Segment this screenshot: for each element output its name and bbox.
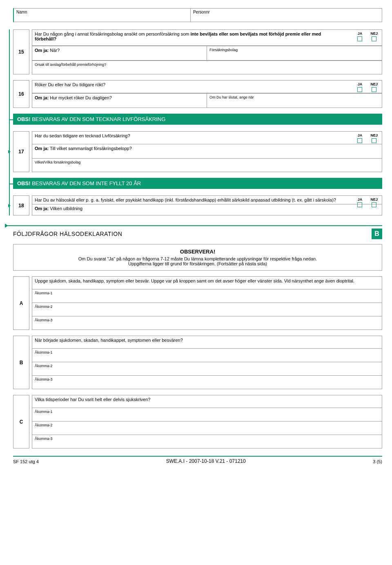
question-15: 15 Har Du någon gång i annat försäkrings… — [13, 29, 382, 74]
q15-omja: Om ja: — [35, 48, 49, 53]
page-footer: SF 152 utg 4 SWE.A.I - 2007-10-18 V.21 -… — [13, 456, 382, 464]
q17-belopp: Till vilket sammanlagt försäkringsbelopp… — [49, 146, 132, 151]
observera-line1: Om Du svarat "Ja" på någon av frågorna 7… — [22, 256, 374, 261]
q15-nej-label: NEJ — [370, 31, 378, 36]
q16-ja-label: JA — [358, 82, 363, 86]
q15-bolag-field[interactable]: Försäkringsbolag — [207, 46, 382, 61]
sub-a-letter: A — [13, 276, 29, 330]
q15-nar: När? — [49, 48, 60, 53]
q15-ja-label: JA — [358, 31, 363, 36]
q17-ja-label: JA — [358, 133, 363, 137]
q16-ja-checkbox[interactable] — [357, 87, 362, 92]
sub-c-prompt: Vilka tidsperioder har Du varit helt ell… — [32, 395, 382, 408]
q18-number: 18 — [13, 195, 29, 215]
sub-b-ak1[interactable]: Åkomma-1 — [32, 349, 382, 362]
q17-text: Har du sedan tidigare en tecknad Livförs… — [35, 133, 130, 138]
sub-b-prompt: När började sjukdomen, skadan, handikapp… — [32, 336, 382, 349]
sub-b: B När började sjukdomen, skadan, handika… — [13, 336, 382, 389]
q18-omja: Om ja: — [35, 206, 49, 211]
q17-nej-checkbox[interactable] — [372, 138, 376, 143]
footer-mid: SWE.A.I - 2007-10-18 V.21 - 071210 — [166, 458, 246, 464]
sub-c-ak1[interactable]: Åkomma-1 — [32, 408, 382, 422]
q16-nej-label: NEJ — [370, 82, 378, 86]
q18-question-cell: Har Du av hälsoskäl eller p. g. a. fysis… — [32, 195, 382, 204]
sub-a-ak1[interactable]: Åkomma-1 — [32, 289, 382, 303]
footer-left: SF 152 utg 4 — [13, 459, 39, 464]
observera-title: OBSERVERA! — [22, 249, 374, 255]
personnr-field[interactable]: Personnr — [191, 8, 382, 22]
q15-text-a: Har Du någon gång i annat försäkringsbol… — [35, 31, 191, 36]
section-b-title: FÖLJDFRÅGOR HÄLSODEKLARATION — [13, 231, 122, 237]
question-17: 17 Har du sedan tidigare en tecknad Livf… — [13, 131, 382, 172]
observera-line2: Uppgifterna ligger till grund för försäk… — [22, 261, 374, 266]
sub-a: A Uppge sjukdom, skada, handikapp, sympt… — [13, 276, 382, 330]
q18-yn: JA NEJ — [357, 197, 378, 207]
q18-ja-label: JA — [358, 197, 363, 202]
q18-ja-checkbox[interactable] — [357, 202, 362, 207]
sub-c-ak2[interactable]: Åkomma-2 — [32, 422, 382, 435]
sub-c-ak3[interactable]: Åkomma-3 — [32, 435, 382, 448]
sub-b-letter: B — [13, 336, 29, 389]
arrow-right-icon — [5, 224, 8, 228]
q17-belopp-field[interactable]: Om ja: Till vilket sammanlagt försäkring… — [32, 144, 382, 159]
header-fields: Namn Personnr — [13, 8, 382, 22]
section-b-badge: B — [372, 229, 382, 239]
band1-text: BESVARAS AV DEN SOM TECKNAR LIVFÖRSÄKRIN… — [32, 116, 165, 122]
band2-prefix: OBS! — [17, 180, 32, 186]
q18-text: Har Du av hälsoskäl eller p. g. a. fysis… — [35, 197, 336, 202]
q16-yn: JA NEJ — [357, 82, 378, 92]
q17-nej-label: NEJ — [370, 133, 378, 137]
q16-number: 16 — [13, 80, 29, 108]
sub-a-prompt: Uppge sjukdom, skada, handikapp, symptom… — [32, 276, 382, 289]
q17-vilket-field[interactable]: Vilket/Vilka försäkringsbolag — [32, 159, 382, 172]
footer-right: 3 (5) — [373, 459, 382, 464]
q16-daily: Hur mycket röker Du dagligen? — [49, 95, 112, 100]
q15-orsak-field[interactable]: Orsak till avslag/förbehåll premieförhöj… — [32, 61, 382, 74]
namn-field[interactable]: Namn — [14, 8, 191, 22]
q17-number: 17 — [13, 131, 29, 172]
q18-utb: Vilken utbildning — [49, 206, 82, 211]
band2-text: BESVARAS AV DEN SOM INTE FYLLT 20 ÅR — [32, 180, 141, 186]
q15-yn: JA NEJ — [357, 31, 378, 41]
q15-question-cell: Har Du någon gång i annat försäkringsbol… — [32, 29, 382, 46]
q16-daily-field[interactable]: Om ja: Hur mycket röker Du dagligen? — [32, 93, 207, 108]
sub-a-ak3[interactable]: Åkomma-3 — [32, 316, 382, 330]
q16-nej-checkbox[interactable] — [372, 87, 376, 92]
sub-a-ak2[interactable]: Åkomma-2 — [32, 303, 382, 316]
band1-prefix: OBS! — [17, 116, 32, 122]
q17-yn: JA NEJ — [357, 133, 378, 143]
observera-box: OBSERVERA! Om Du svarat "Ja" på någon av… — [13, 244, 382, 271]
q17-omja: Om ja: — [35, 146, 49, 151]
question-18: 18 Har Du av hälsoskäl eller p. g. a. fy… — [13, 195, 382, 215]
band-under20: OBS! BESVARAS AV DEN SOM INTE FYLLT 20 Å… — [13, 178, 382, 189]
band-livforsakring: OBS! BESVARAS AV DEN SOM TECKNAR LIVFÖRS… — [13, 114, 382, 125]
q15-ja-checkbox[interactable] — [357, 36, 362, 41]
q15-nej-checkbox[interactable] — [372, 36, 376, 41]
q18-nej-checkbox[interactable] — [372, 202, 376, 207]
q15-when-field[interactable]: Om ja: När? — [32, 46, 207, 61]
section-b-header: FÖLJDFRÅGOR HÄLSODEKLARATION B — [13, 225, 382, 239]
sub-c: C Vilka tidsperioder har Du varit helt e… — [13, 395, 382, 448]
q18-nej-label: NEJ — [370, 197, 378, 202]
sub-b-ak3[interactable]: Åkomma-3 — [32, 376, 382, 389]
sub-c-letter: C — [13, 395, 29, 448]
q16-text: Röker Du eller har Du tidigare rökt? — [35, 82, 105, 87]
q18-utb-field[interactable]: Om ja: Vilken utbildning — [32, 204, 382, 215]
sub-b-ak2[interactable]: Åkomma-2 — [32, 362, 382, 376]
q16-slutat-field[interactable]: Om Du har slutat, ange när — [207, 93, 382, 108]
q17-question-cell: Har du sedan tidigare en tecknad Livförs… — [32, 131, 382, 144]
q16-omja: Om ja: — [35, 95, 49, 100]
question-16: 16 Röker Du eller har Du tidigare rökt? … — [13, 80, 382, 108]
q15-number: 15 — [13, 29, 29, 74]
q16-question-cell: Röker Du eller har Du tidigare rökt? JA … — [32, 80, 382, 93]
q17-ja-checkbox[interactable] — [357, 138, 362, 143]
